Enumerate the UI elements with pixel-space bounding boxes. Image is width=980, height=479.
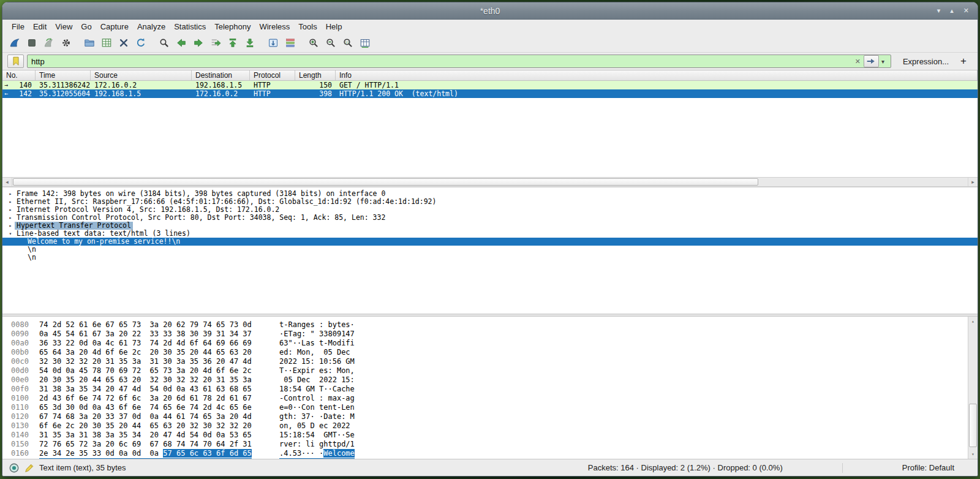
colorize-button[interactable] <box>282 35 299 51</box>
expression-button[interactable]: Expression... <box>894 57 956 66</box>
hex-ascii[interactable]: t-Ranges : bytes· <box>279 320 355 330</box>
hex-ascii[interactable]: T··Expir es: Mon, <box>279 366 355 375</box>
vertical-scroll-thumb[interactable] <box>969 404 977 448</box>
menu-go[interactable]: Go <box>77 21 96 32</box>
capture-restart-button[interactable] <box>40 35 58 51</box>
menu-capture[interactable]: Capture <box>96 21 133 32</box>
packet-details-pane[interactable]: ▸Frame 142: 398 bytes on wire (3184 bits… <box>2 187 978 314</box>
shade-window-icon[interactable]: ▾ <box>937 2 941 19</box>
hex-row[interactable]: 014031 35 3a 31 38 3a 35 34 20 47 4d 54 … <box>11 431 978 440</box>
expert-info-icon[interactable] <box>9 462 20 473</box>
resize-columns-button[interactable] <box>356 35 374 51</box>
hex-row[interactable]: 00b065 64 3a 20 4d 6f 6e 2c 20 30 35 20 … <box>11 348 978 357</box>
column-header-protocol[interactable]: Protocol <box>250 70 295 80</box>
hex-row[interactable]: 015072 76 65 72 3a 20 6c 69 67 68 74 74 … <box>11 440 978 449</box>
detail-line[interactable]: ▸Transmission Control Protocol, Src Port… <box>2 214 978 222</box>
maximize-window-icon[interactable]: ▴ <box>950 2 954 19</box>
filter-dropdown-icon[interactable]: ▾ <box>879 58 887 65</box>
hex-bytes[interactable]: 65 64 3a 20 4d 6f 6e 2c 20 30 35 20 44 6… <box>39 348 255 357</box>
hex-ascii[interactable]: -Control : max-ag <box>279 394 355 403</box>
hex-bytes[interactable]: 67 74 68 3a 20 33 37 0d 0a 44 61 74 65 3… <box>39 412 255 421</box>
hex-row[interactable]: 00c032 30 32 32 20 31 35 3a 31 30 3a 35 … <box>11 357 978 366</box>
close-window-icon[interactable]: ✕ <box>963 2 969 19</box>
zoom-in-button[interactable] <box>305 35 322 51</box>
column-header-time[interactable]: Time <box>36 70 91 80</box>
file-open-button[interactable] <box>81 35 98 51</box>
file-save-button[interactable] <box>98 35 115 51</box>
hex-bytes[interactable]: 65 3d 30 0d 0a 43 6f 6e 74 65 6e 74 2d 4… <box>39 403 255 412</box>
hex-ascii[interactable]: 18:54 GM T··Cache <box>279 385 355 394</box>
hex-bytes[interactable]: 72 76 65 72 3a 20 6c 69 67 68 74 74 70 6… <box>39 440 255 449</box>
column-header-no[interactable]: No. <box>2 70 36 80</box>
column-header-source[interactable]: Source <box>91 70 192 80</box>
menu-edit[interactable]: Edit <box>29 21 51 32</box>
hex-bytes[interactable]: 31 35 3a 31 38 3a 35 34 20 47 4d 54 0d 0… <box>39 431 255 440</box>
go-bottom-button[interactable] <box>241 35 258 51</box>
packet-list-body[interactable]: →14035.311386242172.16.0.2192.168.1.5HTT… <box>2 81 978 177</box>
scroll-up-icon[interactable]: ▴ <box>968 317 978 326</box>
detail-line[interactable]: \n <box>2 246 978 254</box>
detail-line[interactable]: Welcome to my on-premise service!!\n <box>2 238 978 246</box>
hex-ascii[interactable]: 15:18:54 GMT··Se <box>279 431 355 440</box>
clear-filter-icon[interactable]: ✕ <box>852 58 864 66</box>
hex-bytes[interactable]: 32 30 32 32 20 31 35 3a 31 30 3a 35 36 2… <box>39 357 255 366</box>
go-top-button[interactable] <box>224 35 241 51</box>
hex-bytes[interactable]: 2d 43 6f 6e 74 72 6f 6c 3a 20 6d 61 78 2… <box>39 394 255 403</box>
file-close-button[interactable] <box>115 35 132 51</box>
find-button[interactable] <box>156 35 173 51</box>
menu-tools[interactable]: Tools <box>294 21 321 32</box>
hex-ascii[interactable]: gth: 37· ·Date: M <box>279 412 355 421</box>
packet-row[interactable]: →14035.311386242172.16.0.2192.168.1.5HTT… <box>2 81 978 89</box>
display-filter-input[interactable]: http ✕ ▾ <box>27 55 891 68</box>
hex-ascii[interactable]: to my o n-premis <box>279 458 355 459</box>
reload-button[interactable] <box>132 35 149 51</box>
packet-bytes-pane[interactable]: 008074 2d 52 61 6e 67 65 73 3a 20 62 79 … <box>2 317 978 459</box>
vertical-scrollbar[interactable]: ▴ ▾ <box>968 317 978 459</box>
go-forward-button[interactable] <box>190 35 207 51</box>
capture-options-button[interactable] <box>58 35 75 51</box>
expand-arrow-icon[interactable]: ▸ <box>6 222 15 230</box>
menu-help[interactable]: Help <box>322 21 347 32</box>
filter-bookmark-button[interactable] <box>7 55 24 68</box>
hex-ascii[interactable]: ·ETag: " 33809147 <box>279 330 355 339</box>
go-back-button[interactable] <box>173 35 190 51</box>
expand-arrow-icon[interactable]: ▸ <box>6 198 15 206</box>
hex-bytes[interactable]: 36 33 22 0d 0a 4c 61 73 74 2d 4d 6f 64 6… <box>39 339 255 348</box>
expand-arrow-icon[interactable]: ▾ <box>6 230 15 238</box>
hex-ascii[interactable]: .4.53··· ·Welcome <box>279 449 355 458</box>
scroll-down-icon[interactable]: ▾ <box>968 450 978 459</box>
hex-row[interactable]: 01306f 6e 2c 20 30 35 20 44 65 63 20 32 … <box>11 421 978 431</box>
hex-ascii[interactable]: ed: Mon, 05 Dec <box>279 348 355 357</box>
detail-line[interactable]: \n <box>2 254 978 262</box>
capture-comment-icon[interactable] <box>24 462 35 473</box>
horizontal-scroll-track[interactable] <box>12 178 968 186</box>
hex-ascii[interactable]: 05 Dec 2022 15: <box>279 375 355 385</box>
hex-ascii[interactable]: rver: li ghttpd/1 <box>279 440 355 449</box>
menu-file[interactable]: File <box>7 21 29 32</box>
column-header-info[interactable]: Info <box>336 70 978 80</box>
packet-row[interactable]: ←14235.312055604192.168.1.5172.16.0.2HTT… <box>2 89 978 98</box>
hex-ascii[interactable]: on, 05 D ec 2022 <box>279 421 355 431</box>
menu-view[interactable]: View <box>51 21 77 32</box>
hex-row[interactable]: 012067 74 68 3a 20 33 37 0d 0a 44 61 74 … <box>11 412 978 421</box>
zoom-reset-button[interactable]: 1:1 <box>339 35 356 51</box>
hex-bytes[interactable]: 20 74 6f 20 6d 79 20 6f 6e 2d 70 72 65 6… <box>39 458 255 459</box>
hex-ascii[interactable]: 63"··Las t-Modifi <box>279 339 355 348</box>
autoscroll-button[interactable] <box>265 35 282 51</box>
hex-ascii[interactable]: 2022 15: 10:56 GM <box>279 357 355 366</box>
hex-row[interactable]: 00e020 30 35 20 44 65 63 20 32 30 32 32 … <box>11 375 978 385</box>
capture-start-button[interactable] <box>6 35 23 51</box>
hex-row[interactable]: 00d054 0d 0a 45 78 70 69 72 65 73 3a 20 … <box>11 366 978 375</box>
hex-row[interactable]: 00f031 38 3a 35 34 20 47 4d 54 0d 0a 43 … <box>11 385 978 394</box>
status-profile-button[interactable]: Profile: Default <box>902 463 954 472</box>
title-bar[interactable]: *eth0 ▾▴✕ <box>2 2 978 20</box>
hex-row[interactable]: 011065 3d 30 0d 0a 43 6f 6e 74 65 6e 74 … <box>11 403 978 412</box>
add-filter-button[interactable]: + <box>959 55 973 67</box>
hex-ascii[interactable]: e=0··Con tent-Len <box>279 403 355 412</box>
hex-row[interactable]: 017020 74 6f 20 6d 79 20 6f 6e 2d 70 72 … <box>11 458 978 459</box>
hex-bytes[interactable]: 0a 45 54 61 67 3a 20 22 33 33 38 30 39 3… <box>39 330 255 339</box>
expand-arrow-icon[interactable]: ▸ <box>6 214 15 222</box>
menu-wireless[interactable]: Wireless <box>255 21 294 32</box>
hex-bytes[interactable]: 6f 6e 2c 20 30 35 20 44 65 63 20 32 30 3… <box>39 421 255 431</box>
hex-bytes[interactable]: 20 30 35 20 44 65 63 20 32 30 32 32 20 3… <box>39 375 255 385</box>
